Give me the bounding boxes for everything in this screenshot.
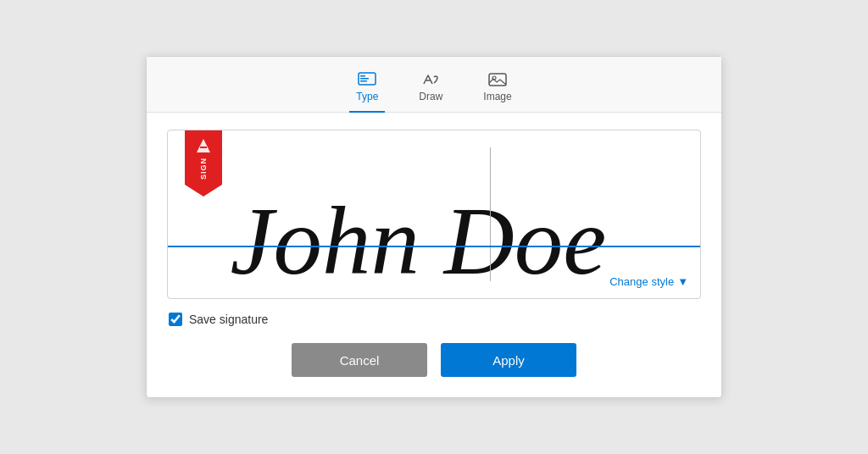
tab-type-label: Type (356, 91, 378, 102)
tab-bar: Type Draw Image (147, 57, 721, 113)
image-icon (488, 72, 507, 87)
save-signature-checkbox[interactable] (169, 313, 182, 326)
signature-baseline (168, 246, 700, 247)
draw-icon (421, 72, 440, 87)
signature-area[interactable]: Sign John Doe Change style ▼ (167, 130, 701, 299)
change-style-button[interactable]: Change style ▼ (609, 275, 688, 288)
tab-draw[interactable]: Draw (412, 67, 449, 113)
svg-text:John Doe: John Doe (231, 187, 607, 295)
tab-draw-label: Draw (419, 91, 442, 102)
tab-type[interactable]: Type (349, 67, 385, 113)
change-style-label: Change style (609, 275, 674, 288)
chevron-down-icon: ▼ (677, 275, 688, 288)
badge-text: Sign (199, 158, 208, 180)
vertical-divider (490, 147, 491, 281)
svg-rect-1 (360, 75, 365, 77)
tab-image[interactable]: Image (476, 67, 518, 113)
badge-arrow (185, 185, 222, 197)
svg-rect-4 (489, 74, 506, 86)
dialog-body: Sign John Doe Change style ▼ Save signat… (147, 113, 721, 397)
tab-image-label: Image (483, 91, 511, 102)
save-signature-row: Save signature (167, 313, 701, 326)
acrobat-badge: Sign (185, 130, 222, 197)
type-icon (358, 72, 376, 87)
svg-rect-2 (360, 78, 369, 80)
button-row: Cancel Apply (167, 343, 701, 377)
signature-dialog: Type Draw Image (146, 56, 722, 398)
save-signature-label: Save signature (189, 313, 268, 326)
acrobat-logo-icon (193, 137, 214, 158)
apply-button[interactable]: Apply (441, 343, 576, 377)
svg-rect-3 (360, 80, 367, 82)
cancel-button[interactable]: Cancel (292, 343, 427, 377)
